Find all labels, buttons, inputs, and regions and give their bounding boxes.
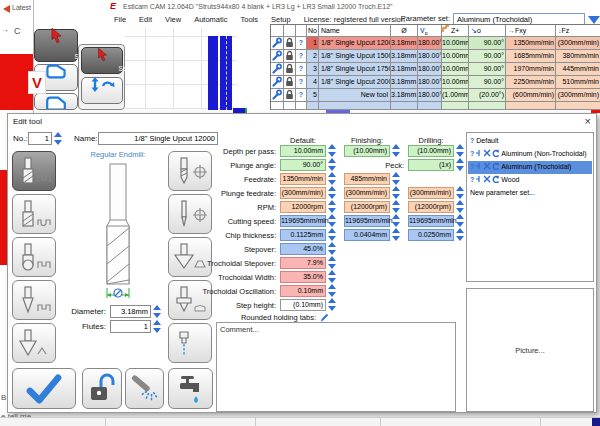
lock-icon[interactable] xyxy=(284,89,296,102)
spinner-control[interactable] xyxy=(328,228,337,241)
tool-type-vcarve-button[interactable] xyxy=(168,237,212,277)
spinner-control[interactable] xyxy=(328,256,337,269)
delete-icon[interactable] xyxy=(484,175,491,187)
tool-row[interactable]: ?31/8" Single Upcut 175003.18mm180.00°10… xyxy=(271,63,600,76)
tool-type-drill-button[interactable] xyxy=(168,151,212,191)
param-field[interactable]: (300mm/min) xyxy=(280,187,326,199)
pencil-icon[interactable] xyxy=(320,312,330,322)
spinner-control[interactable] xyxy=(456,214,465,227)
tool-type-endmill-alt-button[interactable] xyxy=(12,194,56,234)
param-field[interactable]: 119695mm/min xyxy=(344,215,390,227)
help-icon[interactable]: ? xyxy=(296,63,307,76)
help-icon[interactable]: ? xyxy=(470,150,474,157)
param-field[interactable]: 90.00° xyxy=(280,159,326,171)
param-field[interactable]: (12000rpm) xyxy=(408,201,454,213)
param-field[interactable]: (300mm/min) xyxy=(344,187,390,199)
spinner-control[interactable] xyxy=(328,298,337,311)
tool-row[interactable]: ?5New tool3.18mm180.00°(1.00mm)(20.00°)(… xyxy=(271,89,600,102)
param-field[interactable]: 35.0% xyxy=(280,271,326,283)
param-field[interactable]: 1350mm/min xyxy=(280,173,326,185)
spinner-control[interactable] xyxy=(328,214,337,227)
browser-back-icon[interactable]: → xyxy=(2,26,9,33)
hole-tool-button[interactable] xyxy=(34,93,78,110)
spinner-control[interactable] xyxy=(328,284,337,297)
delete-icon[interactable] xyxy=(484,162,491,174)
lock-icon[interactable] xyxy=(284,63,296,76)
spinner-control[interactable] xyxy=(392,172,401,185)
delete-icon[interactable] xyxy=(484,149,491,161)
menu-edit[interactable]: Edit xyxy=(139,13,152,27)
spinner-control[interactable] xyxy=(328,242,337,255)
parameter-set-item[interactable]: ?Aluminum (Non-Trochoidal) xyxy=(468,148,592,161)
help-icon[interactable]: ? xyxy=(470,137,474,144)
spinner-control[interactable] xyxy=(392,228,401,241)
tool-number-spinner[interactable] xyxy=(54,132,63,145)
tool-name-field[interactable]: 1/8" Single Upcut 12000 xyxy=(98,132,218,145)
dropdown-arrow-icon[interactable] xyxy=(588,16,600,24)
help-icon[interactable]: ? xyxy=(470,176,474,183)
comment-box[interactable]: Comment... xyxy=(216,322,456,412)
param-field[interactable]: 7.9% xyxy=(280,257,326,269)
select-tool-button[interactable]: Select xyxy=(34,29,78,62)
param-field[interactable]: 45.0% xyxy=(280,243,326,255)
submenu-select-button[interactable]: Select xyxy=(81,47,123,74)
spinner-control[interactable] xyxy=(456,144,465,157)
parameter-set-item[interactable]: ?Aluminum (Trochoidal) xyxy=(468,161,592,174)
spinner-control[interactable] xyxy=(392,200,401,213)
spinner-control[interactable] xyxy=(456,228,465,241)
help-icon[interactable]: ? xyxy=(470,163,474,170)
lock-icon[interactable] xyxy=(284,37,296,50)
browser-refresh-icon[interactable]: C xyxy=(14,26,21,36)
lock-button[interactable] xyxy=(82,368,122,409)
tool-number-field[interactable]: 1 xyxy=(28,132,52,145)
help-icon[interactable]: ? xyxy=(296,76,307,89)
param-field[interactable]: 10.00mm xyxy=(280,145,326,157)
lock-icon[interactable] xyxy=(284,76,296,89)
edit-tool-icon[interactable] xyxy=(271,89,284,102)
param-field[interactable]: 12000rpm xyxy=(280,201,326,213)
param-field[interactable]: (12000rpm) xyxy=(344,201,390,213)
param-field[interactable]: (10.00mm) xyxy=(344,145,390,157)
spray-button[interactable] xyxy=(125,368,164,409)
spinner-control[interactable] xyxy=(456,158,465,171)
edit-tool-icon[interactable] xyxy=(271,37,284,50)
edit-tool-icon[interactable] xyxy=(271,50,284,63)
spinner-control[interactable] xyxy=(328,144,337,157)
help-icon[interactable]: ? xyxy=(296,50,307,63)
ok-button[interactable] xyxy=(12,368,76,409)
menu-view[interactable]: View xyxy=(165,13,181,27)
tool-type-ballnose-button[interactable] xyxy=(12,237,56,277)
param-field[interactable]: 119695mm/min xyxy=(280,215,326,227)
new-parameter-set-item[interactable]: New parameter set... xyxy=(468,187,592,200)
menu-automatic[interactable]: Automatic xyxy=(194,13,227,27)
spinner-control[interactable] xyxy=(328,200,337,213)
tool-row-empty[interactable] xyxy=(271,102,600,110)
spinner-control[interactable] xyxy=(392,214,401,227)
close-icon[interactable]: × xyxy=(585,115,591,127)
spinner-control[interactable] xyxy=(392,186,401,199)
tool-type-nozzle-button[interactable] xyxy=(168,323,212,363)
spinner-control[interactable] xyxy=(328,172,337,185)
edit-tool-icon[interactable] xyxy=(271,63,284,76)
param-field[interactable]: (300mm/min) xyxy=(408,187,454,199)
edit-tool-icon[interactable] xyxy=(271,76,284,89)
tool-type-engraver-button[interactable] xyxy=(168,194,212,234)
param-field[interactable]: 0.0250mm xyxy=(408,229,454,241)
tool-type-endmill-button[interactable] xyxy=(12,151,56,191)
param-field[interactable]: 0.10mm xyxy=(280,285,326,297)
spinner-control[interactable] xyxy=(328,158,337,171)
tool-row[interactable]: ?11/8" Single Upcut 120003.18mm180.00°10… xyxy=(271,37,600,50)
tool-row[interactable]: ?41/8" Single Upcut 200003.18mm180.00°10… xyxy=(271,76,600,89)
coolant-button[interactable] xyxy=(168,368,213,409)
menu-file[interactable]: File xyxy=(114,13,126,27)
param-field[interactable]: 0.0404mm xyxy=(344,229,390,241)
tool-row[interactable]: ?21/8" Single Upcut 150003.18mm180.00°10… xyxy=(271,50,600,63)
parameter-set-item[interactable]: ?Wood xyxy=(468,174,592,187)
param-field[interactable]: (0.10mm) xyxy=(280,299,326,311)
help-icon[interactable]: ? xyxy=(296,37,307,50)
param-field[interactable]: (10.00mm) xyxy=(408,145,454,157)
picture-box[interactable]: Picture... xyxy=(466,288,594,412)
spinner-control[interactable] xyxy=(328,270,337,283)
submenu-move-button[interactable]: Move xyxy=(81,77,123,104)
browser-tab-label[interactable]: Latest ! xyxy=(12,4,35,11)
